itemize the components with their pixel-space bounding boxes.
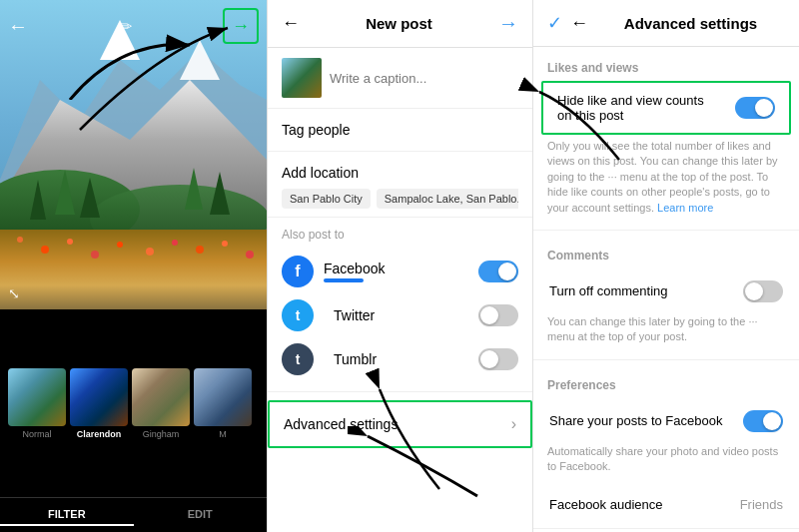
new-post-panel: ← New post → Tag people Add location San…	[267, 0, 533, 532]
share-to-facebook-label: Share your posts to Facebook	[549, 413, 743, 428]
likes-views-section: Likes and views Hide like and view count…	[533, 47, 799, 226]
location-chips: San Pablo City Sampaloc Lake, San Pablo.…	[282, 189, 518, 209]
facebook-audience-value: Friends	[740, 497, 783, 512]
filter-label-m: M	[219, 429, 227, 439]
hide-likes-toggle-knob	[755, 99, 773, 117]
tab-edit[interactable]: EDIT	[134, 504, 268, 526]
twitter-label: Twitter	[324, 307, 468, 323]
hide-likes-desc: Only you will see the total number of li…	[533, 139, 799, 226]
expand-icon[interactable]: ⤡	[8, 285, 20, 301]
commenting-desc: You can change this later by going to th…	[533, 314, 799, 355]
tag-people-label: Tag people	[282, 122, 351, 138]
svg-point-13	[146, 248, 154, 256]
svg-point-10	[67, 239, 73, 245]
location-chip-1[interactable]: Sampaloc Lake, San Pablo...	[377, 189, 518, 209]
likes-views-title: Likes and views	[533, 47, 799, 81]
comments-section: Comments Turn off commenting You can cha…	[533, 235, 799, 355]
advanced-settings-row[interactable]: Advanced settings ›	[268, 400, 532, 448]
add-location-label[interactable]: Add location	[282, 152, 518, 189]
comments-title: Comments	[533, 235, 799, 268]
divider-2	[533, 359, 799, 360]
tumblr-toggle-knob	[480, 350, 498, 368]
advanced-settings-panel: ✓ ← Advanced settings Likes and views Hi…	[533, 0, 799, 532]
new-post-back-icon[interactable]: ←	[282, 13, 300, 34]
learn-more-link[interactable]: Learn more	[657, 202, 713, 214]
landscape-image	[0, 0, 267, 309]
twitter-toggle-knob	[480, 306, 498, 324]
filter-thumb-m	[194, 368, 252, 426]
hide-likes-toggle[interactable]	[735, 97, 775, 119]
filter-strip: Normal Clarendon Gingham M FILTER EDIT	[0, 309, 267, 532]
caption-thumbnail	[282, 58, 322, 98]
advanced-settings-label: Advanced settings	[284, 416, 398, 432]
filter-gingham[interactable]: Gingham	[132, 368, 190, 439]
filter-list: Normal Clarendon Gingham M	[0, 309, 267, 497]
location-section: Add location San Pablo City Sampaloc Lak…	[268, 152, 532, 218]
filter-label-clarendon: Clarendon	[77, 429, 122, 439]
filter-clarendon[interactable]: Clarendon	[70, 368, 128, 439]
next-button[interactable]: →	[223, 8, 259, 44]
commenting-toggle[interactable]	[743, 280, 783, 302]
advanced-settings-back-icon[interactable]: ←	[570, 13, 588, 34]
divider-3	[533, 528, 799, 529]
facebook-icon: f	[282, 256, 314, 287]
filter-m[interactable]: M	[194, 368, 252, 439]
filter-thumb-normal	[8, 368, 66, 426]
advanced-settings-body: Likes and views Hide like and view count…	[533, 47, 799, 532]
tumblr-row: t Tumblr	[282, 337, 518, 381]
also-post-section: Also post to f Facebook t Twitter t Tumb…	[268, 218, 532, 392]
advanced-settings-header: ✓ ← Advanced settings	[533, 0, 799, 47]
tab-filter[interactable]: FILTER	[0, 504, 134, 526]
twitter-row: t Twitter	[282, 293, 518, 337]
checkmark-icon[interactable]: ✓	[547, 12, 562, 34]
svg-point-12	[117, 242, 123, 248]
share-facebook-toggle[interactable]	[743, 410, 783, 432]
facebook-toggle-knob	[498, 263, 516, 280]
svg-point-16	[222, 241, 228, 247]
facebook-row: f Facebook	[282, 250, 518, 293]
share-facebook-toggle-knob	[763, 412, 781, 430]
tag-people-row[interactable]: Tag people	[268, 109, 532, 152]
facebook-audience-row[interactable]: Facebook audience Friends	[533, 485, 799, 524]
svg-point-9	[41, 246, 49, 254]
turn-off-commenting-row[interactable]: Turn off commenting	[533, 268, 799, 314]
tumblr-icon: t	[282, 343, 314, 375]
filter-edit-tabs: FILTER EDIT	[0, 497, 267, 532]
twitter-icon: t	[282, 299, 314, 331]
new-post-title: New post	[308, 15, 490, 32]
photo-editor-panel: ← ✏ → ⤡ Normal Clarendon	[0, 0, 267, 532]
filter-normal[interactable]: Normal	[8, 368, 66, 439]
location-chip-0[interactable]: San Pablo City	[282, 189, 371, 209]
edit-pencil-icon[interactable]: ✏	[119, 17, 132, 36]
filter-label-normal: Normal	[22, 429, 51, 439]
commenting-toggle-knob	[745, 282, 763, 300]
share-facebook-desc: Automatically share your photo and video…	[533, 444, 799, 485]
also-post-label: Also post to	[282, 228, 518, 242]
preferences-section: Preferences Share your posts to Facebook…	[533, 364, 799, 485]
advanced-settings-chevron-icon: ›	[511, 415, 516, 433]
svg-point-15	[196, 246, 204, 254]
filter-thumb-gingham	[132, 368, 190, 426]
tumblr-toggle[interactable]	[478, 348, 518, 370]
svg-point-14	[172, 240, 178, 246]
caption-area	[268, 48, 532, 109]
filter-label-gingham: Gingham	[143, 429, 180, 439]
facebook-underline	[324, 278, 364, 282]
facebook-audience-label: Facebook audience	[549, 497, 740, 512]
tumblr-label: Tumblr	[324, 351, 468, 367]
new-post-next-icon[interactable]: →	[498, 12, 518, 35]
caption-input[interactable]	[330, 71, 518, 86]
back-icon[interactable]: ←	[8, 15, 28, 38]
hide-likes-label: Hide like and view counts on this post	[557, 93, 727, 123]
share-to-facebook-row[interactable]: Share your posts to Facebook	[533, 398, 799, 444]
turn-off-commenting-label: Turn off commenting	[549, 283, 743, 298]
preferences-title: Preferences	[533, 364, 799, 398]
facebook-toggle[interactable]	[478, 261, 518, 282]
twitter-toggle[interactable]	[478, 304, 518, 326]
hide-likes-row[interactable]: Hide like and view counts on this post	[543, 83, 789, 133]
filter-thumb-clarendon	[70, 368, 128, 426]
svg-point-11	[91, 251, 99, 259]
facebook-label: Facebook	[324, 261, 468, 276]
svg-point-17	[246, 251, 254, 259]
divider-1	[533, 230, 799, 231]
